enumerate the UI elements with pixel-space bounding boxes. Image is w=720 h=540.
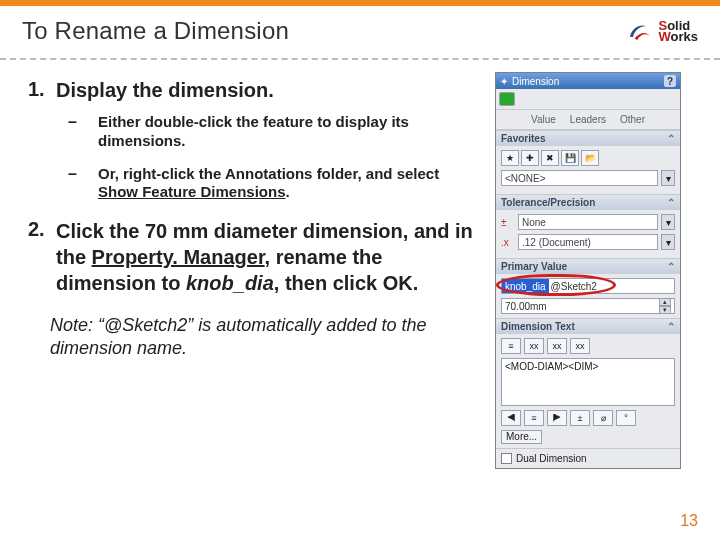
bullet-dash: – — [68, 165, 98, 203]
chevron-icon[interactable]: ⌃ — [667, 261, 675, 272]
pm-header: ✦ Dimension ? — [496, 73, 680, 89]
fav-apply-icon[interactable]: ★ — [501, 150, 519, 166]
tab-value[interactable]: Value — [531, 114, 556, 125]
center-text-icon[interactable]: ≡ — [501, 338, 521, 354]
bullet-dash: – — [68, 113, 98, 151]
section-dimension-text: Dimension Text⌃ ≡ xx xx xx <MOD-DIAM><DI… — [496, 318, 680, 448]
below-icon[interactable]: xx — [570, 338, 590, 354]
step-2-number: 2. — [28, 218, 56, 296]
section-favorites: Favorites⌃ ★ ✚ ✖ 💾 📂 <NONE> ▾ — [496, 130, 680, 194]
step-1a-text: Either double-click the feature to displ… — [98, 113, 481, 151]
fav-add-icon[interactable]: ✚ — [521, 150, 539, 166]
step-1-text: Display the dimension. — [56, 78, 274, 103]
justify-right-icon[interactable]: ⯈ — [547, 410, 567, 426]
favorites-label: Favorites — [501, 133, 545, 144]
dimension-icon: ✦ — [500, 76, 508, 87]
property-manager-panel: ✦ Dimension ? Value Leaders Other Favori… — [495, 72, 681, 469]
step-1b: – Or, right-click the Annotations folder… — [68, 165, 481, 203]
value-spinner[interactable]: ▴▾ — [659, 298, 671, 314]
precision-icon: .x — [501, 237, 515, 248]
precision-select[interactable]: .12 (Document) — [518, 234, 658, 250]
justify-center-icon[interactable]: ≡ — [524, 410, 544, 426]
help-icon[interactable]: ? — [664, 75, 676, 87]
tab-other[interactable]: Other — [620, 114, 645, 125]
chevron-icon[interactable]: ⌃ — [667, 197, 675, 208]
justify-left-icon[interactable]: ⯇ — [501, 410, 521, 426]
name-suffix: @Sketch2 — [549, 281, 599, 292]
ds-logo-icon — [624, 16, 654, 46]
pm-title: Dimension — [512, 76, 559, 87]
chevron-icon[interactable]: ⌃ — [667, 133, 675, 144]
dual-dimension-checkbox[interactable] — [501, 453, 512, 464]
tolerance-type-select[interactable]: None — [518, 214, 658, 230]
suffix-icon[interactable]: xx — [547, 338, 567, 354]
fav-save-icon[interactable]: 💾 — [561, 150, 579, 166]
tab-leaders[interactable]: Leaders — [570, 114, 606, 125]
dimension-text-input[interactable]: <MOD-DIAM><DIM> — [501, 358, 675, 406]
dropdown-icon[interactable]: ▾ — [661, 170, 675, 186]
dropdown-icon[interactable]: ▾ — [661, 214, 675, 230]
tol-type-icon: ± — [501, 217, 515, 228]
brand-logo: SSolidolid Works — [624, 16, 698, 46]
step-2: 2. Click the 70 mm diameter dimension, a… — [28, 218, 481, 296]
section-tolerance: Tolerance/Precision⌃ ±None▾ .x.12 (Docum… — [496, 194, 680, 258]
name-selection: knob_dia — [502, 279, 549, 293]
step-1-number: 1. — [28, 78, 56, 103]
favorites-select[interactable]: <NONE> — [501, 170, 658, 186]
degree-icon[interactable]: ° — [616, 410, 636, 426]
dimension-value-input[interactable]: 70.00mm ▴▾ — [501, 298, 675, 314]
dimension-name-input[interactable]: knob_dia @Sketch2 — [501, 278, 675, 294]
pm-confirm-row — [496, 89, 680, 110]
fav-delete-icon[interactable]: ✖ — [541, 150, 559, 166]
diameter-icon[interactable]: ⌀ — [593, 410, 613, 426]
note-text: Note: “@Sketch2” is automatically added … — [50, 314, 481, 361]
dropdown-icon[interactable]: ▾ — [661, 234, 675, 250]
page-number: 13 — [680, 512, 698, 530]
tolerance-label: Tolerance/Precision — [501, 197, 595, 208]
section-primary-value: Primary Value⌃ knob_dia @Sketch2 70.00mm… — [496, 258, 680, 318]
step-1a: – Either double-click the feature to dis… — [68, 113, 481, 151]
pm-tabs: Value Leaders Other — [496, 110, 680, 130]
fav-load-icon[interactable]: 📂 — [581, 150, 599, 166]
primary-value-label: Primary Value — [501, 261, 567, 272]
ok-button[interactable] — [499, 92, 515, 106]
page-title: To Rename a Dimension — [22, 17, 289, 45]
dimension-text-label: Dimension Text — [501, 321, 575, 332]
symbol-icon[interactable]: ± — [570, 410, 590, 426]
step-1: 1. Display the dimension. – Either doubl… — [28, 78, 481, 202]
more-button[interactable]: More... — [501, 430, 542, 444]
dual-dimension-label: Dual Dimension — [516, 453, 587, 464]
instruction-column: 1. Display the dimension. – Either doubl… — [0, 60, 495, 469]
section-dual-dimension: Dual Dimension — [496, 448, 680, 468]
step-1b-text: Or, right-click the Annotations folder, … — [98, 165, 481, 203]
step-2-text: Click the 70 mm diameter dimension, and … — [56, 218, 481, 296]
chevron-icon[interactable]: ⌃ — [667, 321, 675, 332]
header: To Rename a Dimension SSolidolid Works — [0, 6, 720, 60]
prefix-icon[interactable]: xx — [524, 338, 544, 354]
